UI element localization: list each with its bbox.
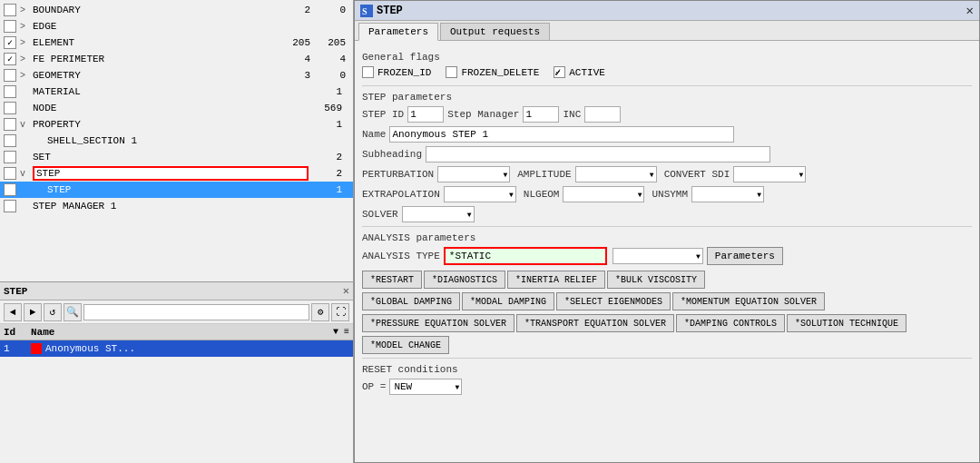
damping-controls-btn[interactable]: *DAMPING CONTROLS bbox=[676, 314, 785, 332]
expand-icon-3[interactable]: > bbox=[20, 54, 31, 64]
frozen-id-checkbox[interactable] bbox=[362, 66, 374, 78]
tab-output-requests[interactable]: Output requests bbox=[440, 23, 550, 40]
tree-col2-4: 0 bbox=[318, 70, 349, 81]
bottom-panel-close[interactable]: ✕ bbox=[343, 284, 349, 298]
step-id-input[interactable] bbox=[407, 106, 444, 123]
step-manager-input[interactable] bbox=[523, 106, 559, 123]
tree-checkbox-9[interactable] bbox=[4, 151, 16, 163]
tree-checkbox-0[interactable] bbox=[4, 4, 16, 16]
tree-area[interactable]: >BOUNDARY20>EDGE>ELEMENT205205>FE PERIME… bbox=[0, 0, 353, 281]
solution-technique-btn[interactable]: *SOLUTION TECHNIQUE bbox=[787, 314, 906, 332]
forward-button[interactable]: ► bbox=[24, 303, 42, 321]
tree-row-0[interactable]: >BOUNDARY20 bbox=[0, 2, 353, 18]
tree-row-11[interactable]: STEP1 bbox=[0, 182, 353, 198]
analysis-type-dropdown[interactable]: ▼ bbox=[612, 248, 703, 264]
subheading-label: Subheading bbox=[362, 149, 422, 160]
select-eigenmodes-btn[interactable]: *SELECT EIGENMODES bbox=[556, 292, 671, 310]
tree-row-1[interactable]: >EDGE bbox=[0, 18, 353, 34]
tree-row-5[interactable]: MATERIAL1 bbox=[0, 84, 353, 100]
analysis-buttons-row4: *MODEL CHANGE bbox=[362, 336, 972, 354]
tree-row-12[interactable]: STEP MANAGER 1 bbox=[0, 198, 353, 214]
dropdown-row-3: SOLVER ▼ bbox=[362, 206, 972, 222]
search-input[interactable] bbox=[83, 304, 309, 320]
global-damping-btn[interactable]: *GLOBAL DAMPING bbox=[362, 292, 460, 310]
tree-row-7[interactable]: vPROPERTY1 bbox=[0, 116, 353, 133]
name-input[interactable] bbox=[389, 126, 734, 143]
unsymm-dropdown[interactable]: ▼ bbox=[691, 186, 764, 202]
tree-checkbox-5[interactable] bbox=[4, 85, 16, 98]
expand-icon-2[interactable]: > bbox=[20, 38, 31, 48]
parameters-button[interactable]: Parameters bbox=[707, 247, 783, 265]
tree-checkbox-4[interactable] bbox=[4, 69, 16, 82]
amplitude-dropdown[interactable]: ▼ bbox=[575, 166, 657, 182]
nlgeom-dropdown[interactable]: ▼ bbox=[563, 186, 644, 202]
tab-parameters[interactable]: Parameters bbox=[358, 23, 438, 41]
tree-row-6[interactable]: NODE569 bbox=[0, 100, 353, 116]
expand-icon-7[interactable]: v bbox=[20, 120, 31, 130]
analysis-type-input[interactable] bbox=[444, 247, 607, 265]
perturbation-dropdown[interactable]: ▼ bbox=[437, 166, 510, 182]
tree-name-7: PROPERTY bbox=[33, 119, 309, 130]
transport-eq-solver-btn[interactable]: *TRANSPORT EQUATION SOLVER bbox=[516, 314, 674, 332]
tree-name-0: BOUNDARY bbox=[33, 5, 277, 15]
frozen-delete-label: FROZEN_DELETE bbox=[461, 67, 539, 78]
tree-checkbox-8[interactable] bbox=[4, 134, 16, 147]
table-row-0[interactable]: 1 Anonymous ST... bbox=[0, 340, 353, 357]
pressure-eq-solver-btn[interactable]: *PRESSURE EQUATION SOLVER bbox=[362, 314, 514, 332]
row-name-0: Anonymous ST... bbox=[45, 343, 349, 354]
solver-group: SOLVER ▼ bbox=[362, 206, 475, 222]
name-label: Name bbox=[362, 129, 386, 140]
analysis-type-row: ANALYSIS TYPE ▼ Parameters bbox=[362, 247, 972, 265]
diagnostics-btn[interactable]: *DIAGNOSTICS bbox=[424, 271, 505, 289]
tree-row-2[interactable]: >ELEMENT205205 bbox=[0, 34, 353, 51]
perturbation-label: PERTURBATION bbox=[362, 169, 434, 180]
op-dropdown-arrow: ▼ bbox=[456, 383, 460, 391]
inc-input[interactable] bbox=[584, 106, 621, 123]
name-row: Name bbox=[362, 126, 972, 143]
tree-checkbox-6[interactable] bbox=[4, 102, 16, 114]
tree-row-9[interactable]: SET2 bbox=[0, 149, 353, 165]
tree-checkbox-11[interactable] bbox=[4, 183, 16, 196]
bulk-viscosity-btn[interactable]: *BULK VISCOSITY bbox=[607, 271, 705, 289]
tree-checkbox-2[interactable] bbox=[4, 36, 16, 49]
momentum-eq-solver-btn[interactable]: *MOMENTUM EQUATION SOLVER bbox=[672, 292, 825, 310]
tree-row-10[interactable]: vSTEP2 bbox=[0, 165, 353, 182]
tree-row-4[interactable]: >GEOMETRY30 bbox=[0, 67, 353, 84]
back-button[interactable]: ◄ bbox=[4, 303, 22, 321]
expand-icon-0[interactable]: > bbox=[20, 5, 31, 15]
convert-sdi-dropdown[interactable]: ▼ bbox=[733, 166, 806, 182]
restart-btn[interactable]: *RESTART bbox=[362, 271, 422, 289]
step-id-row: STEP ID Step Manager INC bbox=[362, 106, 972, 123]
expand-icon-4[interactable]: > bbox=[20, 71, 31, 81]
subheading-input[interactable] bbox=[426, 146, 770, 163]
expand-icon-1[interactable]: > bbox=[20, 22, 31, 32]
tree-row-3[interactable]: >FE PERIMETER44 bbox=[0, 51, 353, 67]
tree-checkbox-3[interactable] bbox=[4, 53, 16, 65]
tree-col1-5: 1 bbox=[309, 86, 349, 97]
solver-dropdown[interactable]: ▼ bbox=[402, 206, 475, 222]
expand-icon-10[interactable]: v bbox=[20, 169, 31, 179]
inertia-relief-btn[interactable]: *INERTIA RELIEF bbox=[507, 271, 605, 289]
tree-checkbox-1[interactable] bbox=[4, 20, 16, 33]
tree-col2-2: 205 bbox=[318, 37, 349, 48]
model-change-btn[interactable]: *MODEL CHANGE bbox=[362, 336, 449, 354]
op-dropdown[interactable]: NEW ▼ bbox=[389, 379, 462, 395]
refresh-button[interactable]: ↺ bbox=[44, 303, 62, 321]
active-checkbox[interactable]: ✓ bbox=[554, 66, 565, 78]
tree-checkbox-12[interactable] bbox=[4, 200, 16, 212]
expand-button[interactable]: ⛶ bbox=[331, 303, 349, 321]
tree-checkbox-7[interactable] bbox=[4, 118, 16, 131]
search-icon-button[interactable]: 🔍 bbox=[64, 303, 82, 321]
frozen-delete-checkbox[interactable] bbox=[446, 66, 457, 78]
unsymm-group: UNSYMM ▼ bbox=[652, 186, 764, 202]
dialog-close-button[interactable]: ✕ bbox=[966, 3, 974, 18]
filter-icon[interactable]: ▼ ≡ bbox=[333, 327, 349, 337]
settings-button[interactable]: ⚙ bbox=[311, 303, 329, 321]
tree-row-8[interactable]: SHELL_SECTION 1 bbox=[0, 133, 353, 149]
extrapolation-dropdown[interactable]: ▼ bbox=[444, 186, 516, 202]
active-flag: ✓ ACTIVE bbox=[554, 66, 605, 78]
dropdown-row-2: EXTRAPOLATION ▼ NLGEOM ▼ UNSYMM ▼ bbox=[362, 186, 972, 202]
tree-col1-10: 2 bbox=[309, 168, 349, 179]
modal-damping-btn[interactable]: *MODAL DAMPING bbox=[462, 292, 554, 310]
tree-checkbox-10[interactable] bbox=[4, 167, 16, 180]
